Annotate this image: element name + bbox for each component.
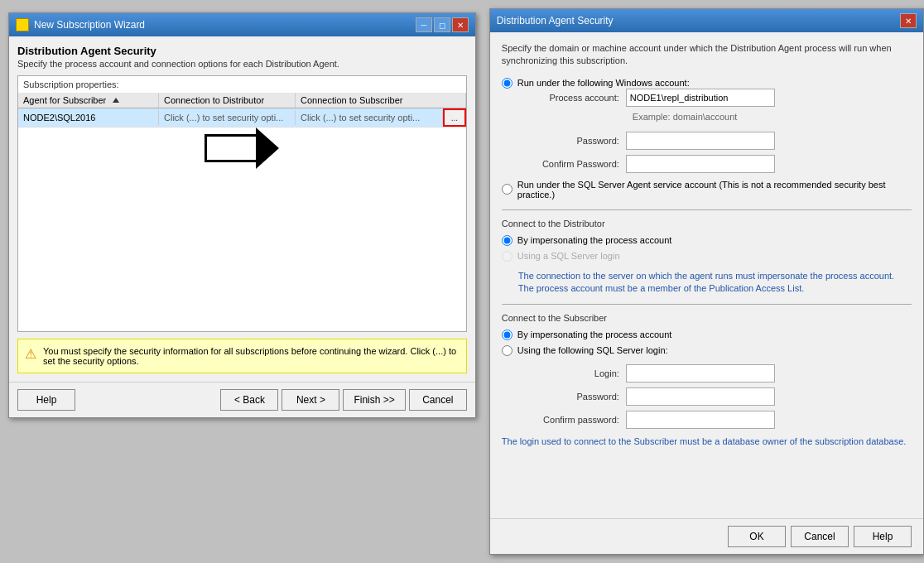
windows-account-form: Process account: Example: domain\account… (518, 89, 912, 173)
impersonate-subscriber-radio[interactable] (502, 330, 513, 340)
right-title-bar: Distribution Agent Security ✕ (490, 9, 923, 32)
impersonate-distributor-radio-row[interactable]: By impersonating the process account (502, 235, 912, 246)
sql-login-distributor-radio-row[interactable]: Using a SQL Server login (502, 251, 912, 262)
title-bar-left: New Subscription Wizard (16, 18, 145, 31)
close-button[interactable]: ✕ (452, 17, 469, 32)
right-help-button[interactable]: Help (854, 526, 912, 547)
sort-icon (113, 98, 119, 103)
distributor-radio-group: By impersonating the process account Usi… (502, 235, 912, 262)
sql-agent-label: Run under the SQL Server Agent service a… (517, 180, 912, 200)
table-header: Agent for Subscriber Connection to Distr… (18, 93, 466, 108)
password-row: Password: (518, 132, 912, 150)
process-account-hint: Example: domain\account (633, 112, 912, 122)
subscriber-note: The login used to connect to the Subscri… (502, 435, 912, 448)
left-window: New Subscription Wizard ─ ◻ ✕ Distributi… (8, 12, 476, 418)
distributor-cell: Click (...) to set security opti... (159, 110, 296, 125)
sub-password-row: Password: (518, 387, 912, 406)
distributor-info: The connection to the server on which th… (518, 270, 912, 296)
back-button[interactable]: < Back (220, 389, 278, 411)
help-button[interactable]: Help (17, 389, 75, 411)
confirm-password-label: Confirm Password: (518, 159, 626, 169)
subscription-box: Subscription properties: Agent for Subsc… (17, 75, 467, 332)
sql-login-subscriber-radio[interactable] (502, 345, 513, 356)
sql-login-distributor-label: Using a SQL Server login (517, 251, 620, 261)
connect-subscriber-title: Connect to the Subscriber (502, 313, 912, 323)
cancel-button[interactable]: Cancel (409, 389, 467, 411)
login-label: Login: (518, 368, 626, 378)
section-title: Distribution Agent Security (17, 45, 467, 57)
left-button-row: Help < Back Next > Finish >> Cancel (9, 382, 475, 417)
warning-icon: ⚠ (25, 346, 36, 362)
subscriber-radio-group: By impersonating the process account Usi… (502, 330, 912, 356)
description-text: Specify the domain or machine account un… (502, 42, 912, 68)
sub-password-label: Password: (518, 392, 626, 402)
left-window-title: New Subscription Wizard (34, 19, 145, 31)
left-title-bar: New Subscription Wizard ─ ◻ ✕ (9, 13, 475, 36)
left-window-content: Distribution Agent Security Specify the … (9, 36, 475, 382)
impersonate-subscriber-radio-row[interactable]: By impersonating the process account (502, 330, 912, 340)
process-account-input[interactable] (626, 89, 775, 107)
agent-cell: NODE2\SQL2016 (18, 110, 159, 125)
sql-login-subscriber-label: Using the following SQL Server login: (517, 345, 668, 355)
windows-account-radio[interactable] (502, 78, 513, 89)
login-row: Login: (518, 364, 912, 383)
app-icon (16, 18, 29, 31)
col-header-subscriber: Connection to Subscriber (296, 93, 466, 108)
col-header-agent: Agent for Subscriber (18, 93, 159, 108)
right-title-left: Distribution Agent Security (497, 15, 614, 26)
sql-agent-radio[interactable] (502, 184, 513, 195)
confirm-sub-password-label: Confirm password: (518, 415, 626, 425)
password-input[interactable] (626, 132, 775, 150)
divider-1 (502, 209, 912, 210)
divider-2 (502, 304, 912, 305)
sql-agent-radio-row[interactable]: Run under the SQL Server Agent service a… (502, 180, 912, 200)
minimize-button[interactable]: ─ (416, 17, 432, 32)
finish-button[interactable]: Finish >> (343, 389, 405, 411)
impersonate-subscriber-label: By impersonating the process account (517, 330, 672, 339)
process-account-row: Process account: (518, 89, 912, 107)
right-window-content: Specify the domain or machine account un… (490, 32, 923, 518)
right-close-button[interactable]: ✕ (900, 13, 917, 28)
password-label: Password: (518, 136, 626, 146)
col-header-distributor: Connection to Distributor (159, 93, 296, 108)
restore-button[interactable]: ◻ (434, 17, 450, 32)
title-controls: ─ ◻ ✕ (416, 17, 469, 32)
sql-login-subscriber-radio-row[interactable]: Using the following SQL Server login: (502, 345, 912, 356)
warning-text: You must specify the security informatio… (43, 346, 460, 366)
process-account-label: Process account: (518, 93, 626, 103)
right-title-controls: ✕ (900, 13, 917, 28)
right-cancel-button[interactable]: Cancel (791, 526, 849, 547)
impersonate-distributor-label: By impersonating the process account (517, 235, 672, 245)
confirm-password-row: Confirm Password: (518, 155, 912, 173)
right-button-row: OK Cancel Help (490, 518, 923, 554)
section-header: Distribution Agent Security Specify the … (17, 45, 467, 69)
warning-box: ⚠ You must specify the security informat… (17, 339, 467, 373)
sql-login-distributor-radio[interactable] (502, 251, 513, 262)
windows-account-radio-row[interactable]: Run under the following Windows account: (502, 78, 912, 89)
nav-buttons: < Back Next > Finish >> Cancel (220, 389, 466, 411)
confirm-sub-password-input[interactable] (626, 411, 775, 429)
sub-password-input[interactable] (626, 387, 775, 406)
login-input[interactable] (626, 364, 775, 383)
section-subtitle: Specify the process account and connecti… (17, 59, 467, 69)
next-button[interactable]: Next > (282, 389, 339, 411)
arrow-area (18, 128, 466, 169)
ok-button[interactable]: OK (728, 526, 786, 547)
table-row: NODE2\SQL2016 Click (...) to set securit… (18, 108, 466, 128)
ellipsis-button[interactable]: ... (443, 108, 466, 127)
right-window-title: Distribution Agent Security (497, 15, 614, 26)
impersonate-distributor-radio[interactable] (502, 235, 513, 246)
subscription-label: Subscription properties: (18, 76, 466, 93)
right-arrow-icon (205, 128, 279, 169)
subscriber-login-form: Login: Password: Confirm password: (518, 364, 912, 429)
windows-account-label: Run under the following Windows account: (517, 78, 690, 88)
confirm-sub-password-row: Confirm password: (518, 411, 912, 429)
connect-distributor-title: Connect to the Distributor (502, 219, 912, 229)
subscriber-cell: Click (...) to set security opti... (296, 110, 443, 125)
confirm-password-input[interactable] (626, 155, 775, 173)
right-window: Distribution Agent Security ✕ Specify th… (489, 8, 924, 555)
